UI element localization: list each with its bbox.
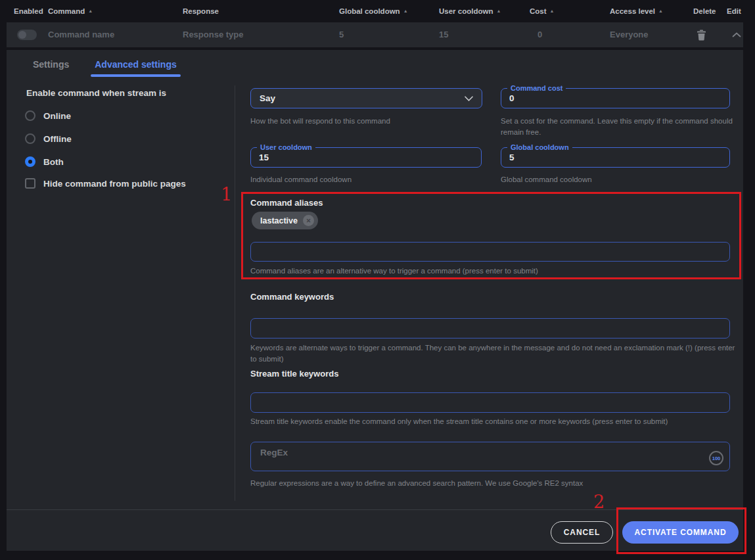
global-cooldown-label: Global cooldown: [507, 143, 572, 152]
col-header-cost-label: Cost: [530, 7, 547, 15]
stream-title-keywords-input[interactable]: [251, 393, 729, 412]
regex-field: 100: [250, 442, 730, 471]
alias-chip-text: lastactive: [260, 216, 298, 225]
sort-asc-icon: ▲: [550, 9, 555, 13]
user-cooldown-field: User cooldown: [250, 147, 482, 168]
command-cost-field: Command cost: [501, 88, 730, 108]
sort-asc-icon: ▲: [403, 9, 408, 13]
checkbox-icon: [25, 178, 35, 189]
footer-divider: [7, 509, 743, 510]
response-type-select[interactable]: Say: [250, 88, 482, 108]
command-aliases-helper: Command aliases are an alternative way t…: [250, 266, 730, 277]
command-cost-helper: Set a cost for the command. Leave this e…: [501, 116, 743, 137]
command-keywords-input[interactable]: [251, 319, 729, 338]
command-editor-panel: Settings Advanced settings Enable comman…: [7, 50, 743, 551]
stream-title-keywords-label: Stream title keywords: [250, 369, 338, 379]
hide-command-checkbox-label: Hide command from public pages: [43, 179, 186, 189]
col-header-user-cooldown[interactable]: User cooldown▲: [439, 0, 501, 22]
global-cooldown-field: Global cooldown: [501, 147, 730, 168]
col-header-enabled: Enabled: [14, 0, 43, 22]
radio-both-label: Both: [43, 157, 64, 167]
cancel-button[interactable]: CANCEL: [551, 521, 613, 544]
radio-online[interactable]: Online: [25, 110, 71, 122]
column-divider: [235, 85, 235, 501]
chevron-down-icon: [465, 96, 473, 101]
hide-command-checkbox[interactable]: Hide command from public pages: [25, 177, 186, 189]
sort-asc-icon: ▲: [496, 9, 501, 13]
collapse-row-button[interactable]: [729, 22, 744, 47]
command-aliases-field: [250, 242, 730, 262]
stream-state-group-label: Enable command when stream is: [26, 88, 166, 98]
command-row: Command name Response type 5 15 0 Everyo…: [7, 22, 743, 47]
global-cooldown-cell: 5: [339, 22, 344, 47]
command-keywords-field: [250, 318, 730, 338]
stream-title-keywords-helper: Stream title keywords enable the command…: [250, 416, 737, 427]
activate-command-button[interactable]: ACTIVATE COMMAND: [622, 521, 739, 544]
stream-title-keywords-field: [250, 392, 730, 413]
radio-offline[interactable]: Offline: [25, 133, 72, 145]
trash-icon: [697, 30, 706, 41]
alias-remove-icon[interactable]: ✕: [303, 215, 314, 226]
col-header-global-cooldown-label: Global cooldown: [339, 7, 400, 15]
alias-chip: lastactive ✕: [252, 212, 318, 229]
user-cooldown-label: User cooldown: [257, 143, 315, 152]
col-header-command-label: Command: [48, 7, 85, 15]
access-level-cell: Everyone: [610, 22, 649, 47]
cost-cell: 0: [538, 22, 542, 47]
commands-manager-screen: Enabled Command▲ Response Global cooldow…: [0, 0, 755, 560]
sort-asc-icon: ▲: [658, 9, 663, 13]
tab-settings[interactable]: Settings: [33, 59, 69, 70]
command-keywords-label: Command keywords: [250, 292, 334, 302]
user-cooldown-cell: 15: [439, 22, 448, 47]
radio-circle-icon: [25, 133, 35, 144]
col-header-user-cooldown-label: User cooldown: [439, 7, 493, 15]
regex-char-counter: 100: [709, 451, 723, 465]
col-header-access-level[interactable]: Access level▲: [610, 0, 663, 22]
radio-offline-label: Offline: [43, 134, 72, 144]
col-header-cost[interactable]: Cost▲: [530, 0, 555, 22]
chevron-up-icon: [732, 32, 741, 37]
col-header-global-cooldown[interactable]: Global cooldown▲: [339, 0, 408, 22]
radio-both[interactable]: Both: [25, 156, 64, 168]
response-type-helper: How the bot will respond to this command: [250, 116, 474, 127]
tab-advanced-settings[interactable]: Advanced settings: [91, 59, 181, 70]
response-type-value: Say: [260, 93, 275, 103]
response-type-cell: Response type: [183, 22, 243, 47]
active-tab-underline: [91, 74, 181, 77]
regex-input[interactable]: [251, 442, 729, 471]
command-aliases-input[interactable]: [251, 243, 729, 261]
command-cost-label: Command cost: [507, 83, 566, 93]
global-cooldown-helper: Global command cooldown: [501, 174, 592, 185]
enabled-toggle[interactable]: [17, 30, 37, 40]
user-cooldown-helper: Individual command cooldown: [250, 174, 352, 185]
col-header-delete: Delete: [693, 0, 716, 22]
col-header-edit: Edit: [727, 0, 741, 22]
delete-command-button[interactable]: [694, 22, 708, 47]
radio-circle-icon: [25, 110, 35, 121]
col-header-access-level-label: Access level: [610, 7, 655, 15]
col-header-response: Response: [183, 0, 219, 22]
toggle-knob-icon: [18, 31, 26, 39]
command-keywords-helper: Keywords are alternate ways to trigger a…: [250, 342, 740, 364]
radio-selected-icon: [25, 156, 35, 167]
command-name-cell: Command name: [48, 22, 114, 47]
regex-helper: Regular expressions are a way to define …: [250, 478, 737, 489]
col-header-command[interactable]: Command▲: [48, 0, 93, 22]
radio-online-label: Online: [43, 111, 71, 121]
sort-asc-icon: ▲: [88, 9, 93, 13]
command-aliases-label: Command aliases: [250, 198, 323, 208]
